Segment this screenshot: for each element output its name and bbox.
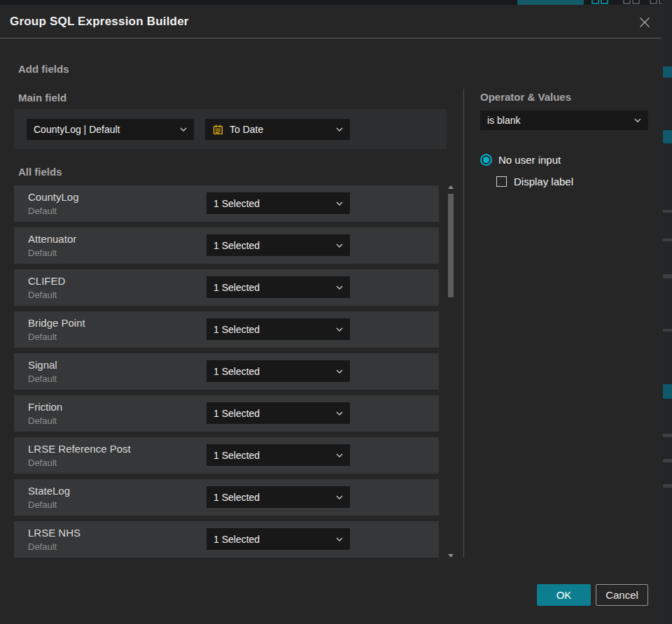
field-selected-value: 1 Selected bbox=[214, 408, 330, 419]
live-view-button[interactable]: Live view bbox=[517, 0, 584, 5]
field-selected-value: 1 Selected bbox=[214, 324, 330, 335]
background-fragment bbox=[663, 130, 672, 143]
add-fields-heading: Add fields bbox=[18, 63, 69, 75]
main-field-panel: CountyLog | Default To Date bbox=[14, 109, 447, 149]
background-fragment bbox=[663, 459, 672, 462]
field-subtitle: Default bbox=[28, 458, 131, 468]
field-selected-dropdown[interactable]: 1 Selected bbox=[206, 318, 350, 340]
field-row: FrictionDefault1 Selected bbox=[14, 395, 439, 432]
field-selected-dropdown[interactable]: 1 Selected bbox=[206, 276, 350, 298]
live-view-label: Live view bbox=[533, 0, 570, 2]
field-name: CLIFED bbox=[28, 275, 65, 287]
field-row: CLIFEDDefault1 Selected bbox=[14, 269, 439, 306]
main-attribute-dropdown[interactable]: To Date bbox=[205, 119, 350, 140]
vertical-divider bbox=[463, 89, 464, 558]
field-selected-dropdown[interactable]: 1 Selected bbox=[206, 192, 350, 214]
field-selected-value: 1 Selected bbox=[214, 198, 330, 209]
field-row: LRSE NHSDefault1 Selected bbox=[14, 521, 439, 558]
display-label-checkbox[interactable]: Display label bbox=[496, 176, 573, 187]
background-fragment bbox=[663, 384, 672, 399]
field-subtitle: Default bbox=[28, 416, 62, 426]
field-name: StateLog bbox=[28, 485, 70, 497]
background-fragment bbox=[663, 210, 672, 213]
field-selected-dropdown[interactable]: 1 Selected bbox=[206, 444, 350, 466]
field-selected-dropdown[interactable]: 1 Selected bbox=[206, 486, 350, 508]
checkbox-icon bbox=[496, 176, 507, 187]
all-fields-list: CountyLogDefault1 SelectedAttenuatorDefa… bbox=[14, 185, 439, 563]
scrollbar-thumb[interactable] bbox=[448, 194, 454, 297]
field-subtitle: Default bbox=[28, 332, 85, 342]
chevron-down-icon bbox=[336, 243, 343, 248]
toolbar-icon[interactable] bbox=[650, 0, 657, 4]
chevron-down-icon bbox=[336, 285, 343, 290]
operator-values-heading: Operator & Values bbox=[480, 91, 571, 103]
calendar-icon bbox=[212, 124, 224, 136]
field-subtitle: Default bbox=[28, 541, 80, 552]
field-name: Friction bbox=[28, 401, 62, 413]
chevron-down-icon bbox=[336, 495, 343, 499]
no-user-input-label: No user input bbox=[498, 154, 561, 166]
field-row: Bridge PointDefault1 Selected bbox=[14, 311, 439, 348]
display-label-label: Display label bbox=[514, 176, 573, 187]
field-name: Attenuator bbox=[28, 233, 76, 245]
main-field-label: Main field bbox=[18, 92, 66, 104]
chevron-down-icon bbox=[336, 327, 343, 332]
field-row: CountyLogDefault1 Selected bbox=[14, 185, 439, 222]
main-attribute-dropdown-value: To Date bbox=[230, 124, 330, 135]
field-row: AttenuatorDefault1 Selected bbox=[14, 227, 439, 264]
field-selected-value: 1 Selected bbox=[214, 366, 330, 377]
toolbar-icon[interactable] bbox=[632, 0, 640, 4]
background-app-right-strip bbox=[662, 0, 672, 624]
main-field-dropdown[interactable]: CountyLog | Default bbox=[27, 119, 194, 140]
chevron-down-icon bbox=[336, 411, 343, 416]
background-fragment bbox=[663, 329, 672, 332]
toolbar-icon[interactable] bbox=[592, 0, 599, 4]
chevron-down-icon bbox=[336, 369, 343, 374]
close-icon[interactable] bbox=[636, 14, 653, 31]
chevron-down-icon bbox=[336, 453, 343, 458]
background-fragment bbox=[663, 66, 672, 78]
field-row: SignalDefault1 Selected bbox=[14, 353, 439, 390]
toolbar-icon[interactable] bbox=[623, 0, 631, 4]
field-selected-dropdown[interactable]: 1 Selected bbox=[206, 360, 350, 382]
chevron-down-icon bbox=[634, 118, 641, 122]
field-selected-dropdown[interactable]: 1 Selected bbox=[206, 234, 350, 256]
toolbar-icon[interactable] bbox=[601, 0, 608, 4]
chevron-down-icon bbox=[336, 201, 343, 206]
scroll-down-icon[interactable] bbox=[448, 554, 454, 558]
chevron-down-icon bbox=[336, 537, 343, 541]
field-selected-value: 1 Selected bbox=[214, 450, 330, 461]
background-fragment bbox=[663, 434, 672, 437]
field-selected-value: 1 Selected bbox=[214, 534, 330, 545]
ok-button[interactable]: OK bbox=[537, 584, 591, 606]
field-name: Signal bbox=[28, 359, 57, 371]
no-user-input-radio[interactable]: No user input bbox=[480, 154, 561, 166]
field-name: LRSE NHS bbox=[28, 527, 80, 539]
field-selected-dropdown[interactable]: 1 Selected bbox=[206, 402, 350, 424]
dialog-title: Group SQL Expression Builder bbox=[10, 15, 189, 29]
background-app-top-strip: Live view bbox=[0, 0, 672, 5]
field-subtitle: Default bbox=[28, 248, 76, 258]
dialog-header: Group SQL Expression Builder bbox=[0, 5, 662, 38]
chevron-down-icon bbox=[180, 127, 187, 132]
background-fragment bbox=[663, 484, 672, 488]
all-fields-label: All fields bbox=[18, 166, 62, 178]
chevron-down-icon bbox=[336, 127, 343, 132]
field-subtitle: Default bbox=[28, 206, 79, 216]
field-selected-value: 1 Selected bbox=[214, 492, 330, 503]
operator-dropdown-value: is blank bbox=[487, 115, 629, 126]
field-subtitle: Default bbox=[28, 290, 65, 300]
cancel-button[interactable]: Cancel bbox=[596, 584, 648, 606]
group-sql-expression-builder-dialog: Group SQL Expression Builder Add fields … bbox=[0, 5, 662, 624]
field-selected-value: 1 Selected bbox=[214, 282, 330, 293]
main-field-dropdown-value: CountyLog | Default bbox=[34, 124, 174, 135]
scroll-up-icon[interactable] bbox=[448, 185, 454, 189]
field-name: CountyLog bbox=[28, 191, 79, 203]
background-fragment bbox=[663, 239, 672, 241]
field-selected-dropdown[interactable]: 1 Selected bbox=[206, 528, 350, 550]
scrollbar bbox=[447, 184, 454, 559]
field-subtitle: Default bbox=[28, 499, 70, 510]
operator-dropdown[interactable]: is blank bbox=[480, 111, 648, 130]
screen: Live view Group SQL Expression Builder A… bbox=[0, 0, 672, 624]
field-name: LRSE Reference Post bbox=[28, 443, 131, 455]
